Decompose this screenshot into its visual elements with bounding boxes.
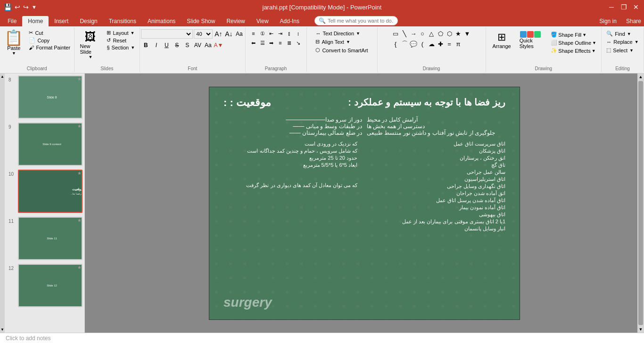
shape-line[interactable]: ╲ xyxy=(400,29,409,38)
underline-button[interactable]: U xyxy=(162,41,171,50)
font-case-button[interactable]: Aa xyxy=(203,41,213,50)
scroll-up-arrow[interactable]: ▲ xyxy=(0,74,4,79)
tab-addins[interactable]: Add-Ins xyxy=(274,16,305,26)
slide-canvas[interactable]: ریز فضا ها با توجه به سیستم و عملکرد : م… xyxy=(209,87,520,320)
shape-brace[interactable]: ( xyxy=(418,40,427,48)
distribute-button[interactable]: ≣ xyxy=(285,39,294,47)
shape-bracket[interactable]: { xyxy=(391,40,400,48)
shape-eq[interactable]: = xyxy=(445,40,454,48)
align-left-button[interactable]: ⬅ xyxy=(249,39,258,47)
notes-area[interactable]: Click to add notes xyxy=(0,333,644,343)
convert-smartart-button[interactable]: ⬡ Convert to SmartArt xyxy=(314,47,370,54)
slide-thumb-12[interactable]: 12 ★ Slide 12 xyxy=(18,264,83,307)
customize-icon[interactable]: ▼ xyxy=(32,4,37,10)
shape-fill-button[interactable]: 🪣 Shape Fill ▼ xyxy=(549,31,598,38)
decrease-font-button[interactable]: A↓ xyxy=(224,29,233,39)
strikethrough-button[interactable]: S xyxy=(172,41,182,50)
cut-button[interactable]: ✂ Cut xyxy=(27,29,72,36)
canvas-area: ریز فضا ها با توجه به سیستم و عملکرد : م… xyxy=(85,74,644,333)
tab-design[interactable]: Design xyxy=(74,16,103,26)
shape-pi[interactable]: π xyxy=(454,40,462,48)
tab-view[interactable]: View xyxy=(251,16,274,26)
shape-star[interactable]: ★ xyxy=(454,29,462,38)
increase-font-button[interactable]: A↑ xyxy=(214,29,223,39)
tell-me-box[interactable]: 🔍 xyxy=(314,16,398,25)
shape-effects-button[interactable]: ✨ Shape Effects ▼ xyxy=(549,47,598,54)
tell-me-input[interactable] xyxy=(328,18,394,24)
tab-insert[interactable]: Insert xyxy=(49,16,74,26)
paste-arrow[interactable]: ▼ xyxy=(12,51,16,56)
quick-styles-button[interactable]: Quick Styles xyxy=(517,29,547,51)
justify-button[interactable]: ≡ xyxy=(276,39,285,47)
arrange-button[interactable]: ⊞ Arrange xyxy=(489,29,515,51)
align-text-button[interactable]: ⊟ Align Text ▼ xyxy=(314,38,370,45)
tab-file[interactable]: File xyxy=(2,16,22,26)
slide-thumb-11[interactable]: 11 ★ Slide 11 xyxy=(18,217,83,260)
char-spacing-button[interactable]: AV xyxy=(193,41,202,50)
shape-cross[interactable]: ✚ xyxy=(436,40,445,48)
tab-animations[interactable]: Animations xyxy=(142,16,181,26)
line-spacing-button[interactable]: ↕ xyxy=(294,29,303,38)
sign-in-button[interactable]: Sign in xyxy=(596,17,619,25)
font-color-button[interactable]: A▼ xyxy=(214,41,223,50)
para-more-button[interactable]: ↘ xyxy=(294,39,303,47)
slide-thumb-8[interactable]: 8 ★ Slide 8 xyxy=(18,75,83,119)
shape-rect[interactable]: ▭ xyxy=(391,29,400,38)
scroll-down-arrow[interactable]: ▼ xyxy=(0,327,4,332)
align-right-button[interactable]: ➡ xyxy=(267,39,276,47)
clear-format-button[interactable]: Aa xyxy=(234,29,244,39)
replace-button[interactable]: ↔ Replace ▼ xyxy=(604,39,640,45)
shape-pentagon[interactable]: ⬠ xyxy=(436,29,445,38)
new-slide-arrow[interactable]: ▼ xyxy=(89,55,93,59)
bold-button[interactable]: B xyxy=(141,41,150,50)
shape-arrow[interactable]: → xyxy=(409,29,418,38)
restore-button[interactable]: ❐ xyxy=(619,3,628,11)
scroll-thumb[interactable] xyxy=(638,81,643,325)
shape-oval[interactable]: ○ xyxy=(418,29,427,38)
font-size-select[interactable]: 40 xyxy=(194,29,213,39)
bullets-button[interactable]: ≡ xyxy=(249,29,258,38)
shape-cloud[interactable]: ☁ xyxy=(427,40,436,48)
copy-button[interactable]: 📄 Copy xyxy=(27,37,72,44)
tab-review[interactable]: Review xyxy=(221,16,250,26)
shape-outline-button[interactable]: ⬜ Shape Outline ▼ xyxy=(549,39,598,46)
tab-slideshow[interactable]: Slide Show xyxy=(181,16,221,26)
font-name-select[interactable] xyxy=(141,29,193,39)
reset-button[interactable]: ↺ Reset xyxy=(105,37,137,44)
numbering-button[interactable]: ① xyxy=(258,29,267,38)
shape-triangle[interactable]: △ xyxy=(427,29,436,38)
share-button[interactable]: Share xyxy=(623,17,644,25)
layout-button[interactable]: ⊞ Layout ▼ xyxy=(105,29,137,36)
text-direction-button[interactable]: ↔ Text Direction ▼ xyxy=(314,30,370,37)
scroll-down-icon[interactable]: ▼ xyxy=(638,326,644,333)
align-center-button[interactable]: ☰ xyxy=(258,39,267,47)
minimize-button[interactable]: ─ xyxy=(607,3,616,11)
undo-icon[interactable]: ↩ xyxy=(15,3,20,11)
redo-icon[interactable]: ↪ xyxy=(23,3,29,11)
shape-curve[interactable]: ⌒ xyxy=(400,40,409,48)
shape-hex[interactable]: ⬡ xyxy=(445,29,454,38)
close-button[interactable]: ✕ xyxy=(632,3,640,11)
tab-home[interactable]: Home xyxy=(22,16,49,26)
scroll-up-icon[interactable]: ▲ xyxy=(638,74,644,80)
decrease-indent-button[interactable]: ⇤ xyxy=(267,29,276,38)
section-button[interactable]: § Section ▼ xyxy=(105,44,137,51)
left-scroll[interactable]: ▲ ▼ xyxy=(0,74,5,333)
italic-button[interactable]: I xyxy=(151,41,161,50)
slide-thumb-9[interactable]: 9 ★ Slide 9 content xyxy=(18,122,83,166)
shape-callout[interactable]: 💬 xyxy=(409,40,418,48)
format-painter-button[interactable]: 🖌 Format Painter xyxy=(27,44,72,51)
save-icon[interactable]: 💾 xyxy=(4,3,12,11)
slide-thumb-10[interactable]: 10 ★ موقعیت ریز فضا ها... xyxy=(18,170,83,213)
columns-button[interactable]: ⫿ xyxy=(285,29,294,38)
arrange-styles-content: ⊞ Arrange Quick Styles 🪣 Shape Fill ▼ xyxy=(489,28,598,65)
paste-button[interactable]: 📋 Paste ▼ xyxy=(1,28,26,57)
increase-indent-button[interactable]: ⇥ xyxy=(276,29,285,38)
find-button[interactable]: 🔍 Find ▼ xyxy=(604,30,640,37)
vertical-scrollbar[interactable]: ▲ ▼ xyxy=(637,74,644,333)
tab-transitions[interactable]: Transitions xyxy=(103,16,142,26)
shape-more[interactable]: ▼ xyxy=(463,29,471,38)
select-button[interactable]: ⬚ Select ▼ xyxy=(604,47,640,54)
new-slide-button[interactable]: 🖼 New Slide ▼ xyxy=(77,28,104,61)
shadow-button[interactable]: S xyxy=(182,41,192,50)
